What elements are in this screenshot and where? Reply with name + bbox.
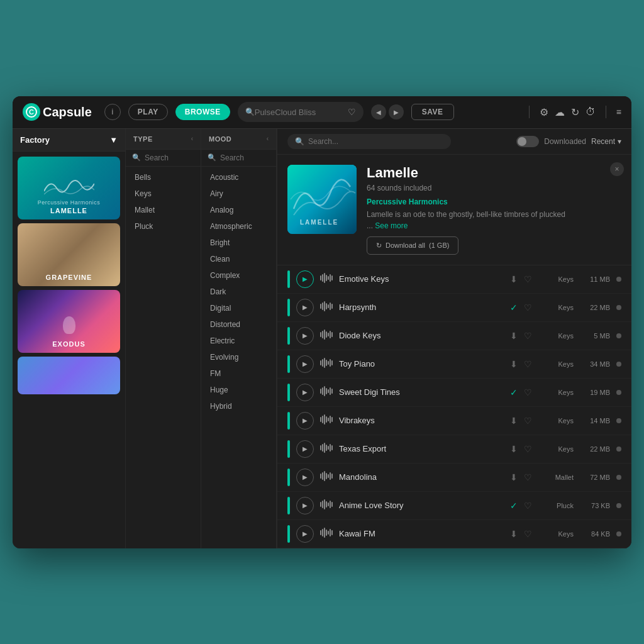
track-row[interactable]: ▶ Kawai FM ⬇ ♡ Keys 84 KB bbox=[277, 520, 631, 548]
track-row[interactable]: ▶ Mandolina ⬇ ♡ Mallet 72 MB bbox=[277, 464, 631, 492]
filter-mood-huge[interactable]: Huge bbox=[201, 382, 276, 398]
track-dot bbox=[616, 531, 621, 536]
filter-mood-complex[interactable]: Complex bbox=[201, 267, 276, 284]
sync-icon[interactable]: ↻ bbox=[571, 106, 579, 118]
track-download-icon[interactable]: ✓ bbox=[510, 387, 518, 397]
cloud-icon[interactable]: ☁ bbox=[555, 106, 565, 118]
filter-mood-bright[interactable]: Bright bbox=[201, 235, 276, 251]
track-heart-icon[interactable]: ♡ bbox=[524, 303, 532, 313]
track-play-button[interactable]: ▶ bbox=[296, 440, 314, 458]
track-size: 72 MB bbox=[580, 474, 610, 481]
panel-search-input[interactable] bbox=[308, 137, 443, 146]
library-dropdown-arrow[interactable]: ▼ bbox=[109, 135, 118, 145]
recent-dropdown-icon: ▾ bbox=[618, 137, 621, 146]
downloaded-toggle[interactable] bbox=[516, 136, 539, 147]
track-row[interactable]: ▶ Harpsynth ✓ ♡ Keys 22 MB bbox=[277, 294, 631, 322]
track-heart-icon[interactable]: ♡ bbox=[524, 274, 532, 284]
track-row[interactable]: ▶ Anime Love Story ✓ ♡ Pluck 73 KB bbox=[277, 492, 631, 520]
filter-mood-electric[interactable]: Electric bbox=[201, 333, 276, 349]
close-pack-button[interactable]: × bbox=[610, 162, 624, 176]
top-search-input[interactable] bbox=[255, 108, 348, 117]
filter-mood-fm[interactable]: FM bbox=[201, 365, 276, 382]
svg-rect-57 bbox=[328, 474, 329, 478]
track-row[interactable]: ▶ Emotive Keys ⬇ ♡ Keys 11 MB bbox=[277, 265, 631, 294]
track-download-icon[interactable]: ⬇ bbox=[510, 529, 518, 539]
browse-button[interactable]: BROWSE bbox=[175, 104, 230, 120]
filter-mood-distorted[interactable]: Distorted bbox=[201, 316, 276, 333]
play-button[interactable]: PLAY bbox=[128, 104, 168, 120]
history-icon[interactable]: ⏱ bbox=[586, 106, 596, 118]
app-window: C Capsule i PLAY BROWSE 🔍 ♡ ◀ ▶ SAVE ⚙ ☁… bbox=[13, 96, 631, 548]
track-row[interactable]: ▶ Vibrakeys ⬇ ♡ Keys 14 MB bbox=[277, 407, 631, 435]
track-row[interactable]: ▶ Texas Export ⬇ ♡ Keys 22 MB bbox=[277, 435, 631, 464]
track-download-icon[interactable]: ✓ bbox=[510, 303, 518, 313]
filter-type-pluck[interactable]: Pluck bbox=[126, 218, 201, 235]
track-heart-icon[interactable]: ♡ bbox=[524, 359, 532, 369]
filter-type-bells[interactable]: Bells bbox=[126, 169, 201, 186]
filter-mood-analog[interactable]: Analog bbox=[201, 202, 276, 218]
type-collapse-button[interactable]: ‹ bbox=[191, 135, 193, 142]
filter-mood-hybrid[interactable]: Hybrid bbox=[201, 398, 276, 414]
filter-mood-digital[interactable]: Digital bbox=[201, 300, 276, 316]
track-play-button[interactable]: ▶ bbox=[296, 384, 314, 401]
track-download-icon[interactable]: ⬇ bbox=[510, 472, 518, 482]
track-heart-icon[interactable]: ♡ bbox=[524, 331, 532, 341]
track-download-icon[interactable]: ⬇ bbox=[510, 331, 518, 341]
svg-rect-64 bbox=[328, 502, 329, 506]
track-play-button[interactable]: ▶ bbox=[296, 497, 314, 514]
track-download-icon[interactable]: ⬇ bbox=[510, 274, 518, 284]
track-download-icon[interactable]: ⬇ bbox=[510, 416, 518, 426]
filter-mood-evolving[interactable]: Evolving bbox=[201, 349, 276, 365]
track-row[interactable]: ▶ Toy Piano ⬇ ♡ Keys 34 MB bbox=[277, 350, 631, 379]
track-dot bbox=[616, 503, 621, 508]
track-play-button[interactable]: ▶ bbox=[296, 327, 314, 345]
svg-rect-41 bbox=[324, 414, 325, 425]
track-heart-icon[interactable]: ♡ bbox=[524, 444, 532, 454]
recent-dropdown[interactable]: Recent ▾ bbox=[591, 137, 621, 146]
nav-back-button[interactable]: ◀ bbox=[371, 104, 386, 119]
track-download-icon[interactable]: ⬇ bbox=[510, 359, 518, 369]
library-item-grapevine[interactable]: GRAPEVINE bbox=[18, 223, 120, 286]
track-play-button[interactable]: ▶ bbox=[296, 355, 314, 373]
info-button[interactable]: i bbox=[104, 104, 121, 120]
volume-control[interactable]: ≡ bbox=[616, 107, 621, 117]
download-all-button[interactable]: ↻ Download all (1 GB) bbox=[367, 236, 458, 255]
track-play-button[interactable]: ▶ bbox=[296, 469, 314, 486]
track-play-button[interactable]: ▶ bbox=[296, 525, 314, 543]
track-heart-icon[interactable]: ♡ bbox=[524, 472, 532, 482]
library-item-exodus[interactable]: EXODUS bbox=[18, 290, 120, 353]
track-play-button[interactable]: ▶ bbox=[296, 270, 314, 288]
nav-forward-button[interactable]: ▶ bbox=[389, 104, 404, 119]
track-download-icon[interactable]: ⬇ bbox=[510, 444, 518, 454]
track-size: 14 MB bbox=[580, 417, 610, 425]
favorite-icon[interactable]: ♡ bbox=[348, 107, 356, 117]
track-heart-icon[interactable]: ♡ bbox=[524, 501, 532, 511]
track-name: Harpsynth bbox=[339, 303, 504, 312]
filter-mood-dark[interactable]: Dark bbox=[201, 284, 276, 300]
track-row[interactable]: ▶ Sweet Digi Tines ✓ ♡ Keys 19 MB bbox=[277, 379, 631, 407]
filter-mood-clean[interactable]: Clean bbox=[201, 251, 276, 267]
mood-collapse-button[interactable]: ‹ bbox=[267, 135, 269, 142]
filter-type-mallet[interactable]: Mallet bbox=[126, 202, 201, 218]
track-dot bbox=[616, 447, 621, 452]
save-button[interactable]: SAVE bbox=[411, 104, 454, 120]
settings-icon[interactable]: ⚙ bbox=[540, 106, 548, 118]
mood-search-input[interactable] bbox=[220, 153, 270, 162]
track-heart-icon[interactable]: ♡ bbox=[524, 529, 532, 539]
library-item-lamelle[interactable]: Percussive Harmonics LAMELLE bbox=[18, 157, 120, 219]
library-item-bottom[interactable] bbox=[18, 357, 120, 394]
track-play-button[interactable]: ▶ bbox=[296, 412, 314, 430]
track-heart-icon[interactable]: ♡ bbox=[524, 416, 532, 426]
track-download-icon[interactable]: ✓ bbox=[510, 501, 518, 511]
track-play-button[interactable]: ▶ bbox=[296, 299, 314, 316]
filter-mood-atmospheric[interactable]: Atmospheric bbox=[201, 218, 276, 235]
track-row[interactable]: ▶ Diode Keys ⬇ ♡ Keys 5 MB bbox=[277, 322, 631, 350]
track-heart-icon[interactable]: ♡ bbox=[524, 387, 532, 397]
filter-mood-acoustic[interactable]: Acoustic bbox=[201, 169, 276, 186]
type-search-input[interactable] bbox=[145, 153, 194, 162]
svg-rect-30 bbox=[330, 359, 331, 367]
svg-rect-29 bbox=[328, 361, 329, 365]
see-more-link[interactable]: See more bbox=[375, 221, 408, 230]
filter-type-keys[interactable]: Keys bbox=[126, 186, 201, 202]
filter-mood-airy[interactable]: Airy bbox=[201, 186, 276, 202]
